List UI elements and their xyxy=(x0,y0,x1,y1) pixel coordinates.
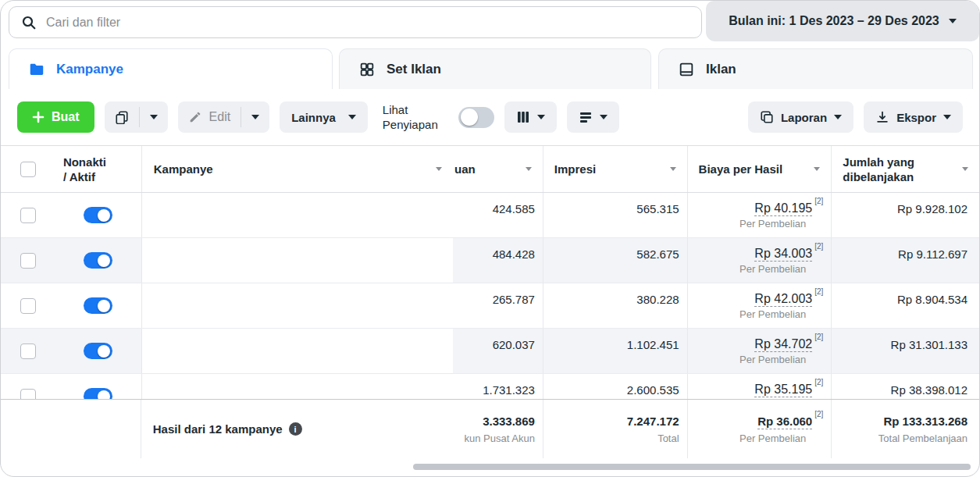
table-header: Nonakti / Aktif Kampanye uan Impresi Bia… xyxy=(1,145,979,193)
search-input[interactable] xyxy=(46,16,690,30)
cost-per-result-cell: Rp 40.195[2] Per Pembelian xyxy=(687,193,832,237)
campaign-active-toggle[interactable] xyxy=(84,297,112,314)
horizontal-scrollbar[interactable] xyxy=(413,464,971,470)
totals-impressions-sublabel: Total xyxy=(657,433,679,444)
row-checkbox[interactable] xyxy=(20,298,36,314)
select-all-cell xyxy=(1,146,55,192)
breakdown-button[interactable] xyxy=(567,101,619,133)
cost-footnote: [2] xyxy=(814,333,823,341)
sort-icon[interactable] xyxy=(670,167,676,171)
chevron-down-icon xyxy=(600,115,608,119)
totals-lead-cell xyxy=(1,400,141,458)
cost-value[interactable]: Rp 35.195 xyxy=(754,383,812,397)
amount-spent-cell: Rp 9.928.102 xyxy=(831,193,979,237)
row-checkbox[interactable] xyxy=(20,253,36,269)
impressions-cell: 582.675 xyxy=(543,238,687,283)
campaign-active-toggle[interactable] xyxy=(84,343,112,359)
search-filter-box[interactable] xyxy=(9,6,702,38)
chevron-down-icon xyxy=(834,115,842,119)
cost-value[interactable]: Rp 42.003 xyxy=(754,292,812,307)
campaign-name-cell[interactable] xyxy=(141,238,453,283)
tab-campaigns[interactable]: Kampanye xyxy=(9,48,333,89)
totals-reach-cell: 3.333.869 kun Pusat Akun xyxy=(453,400,543,458)
table-row: 620.037 1.102.451 Rp 34.702[2] Per Pembe… xyxy=(1,329,979,374)
reach-cell: 620.037 xyxy=(453,329,543,373)
report-button[interactable]: Laporan xyxy=(748,101,853,133)
sort-icon[interactable] xyxy=(436,167,442,171)
folder-icon xyxy=(28,61,45,78)
column-header-campaign[interactable]: Kampanye xyxy=(141,146,453,192)
search-icon xyxy=(21,15,37,30)
table-body: 424.585 565.315 Rp 40.195[2] Per Pembeli… xyxy=(1,193,979,419)
create-button[interactable]: Buat xyxy=(17,101,94,133)
impressions-cell: 565.315 xyxy=(543,193,687,237)
column-header-reach[interactable]: uan xyxy=(453,146,543,192)
status-header-line2: / Aktif xyxy=(63,169,106,184)
table-totals-row: Hasil dari 12 kampanye i 3.333.869 kun P… xyxy=(1,399,979,458)
totals-impressions-cell: 7.247.172 Total xyxy=(543,400,687,458)
grid-icon xyxy=(358,61,376,78)
campaign-name-cell[interactable] xyxy=(141,283,453,328)
info-icon[interactable]: i xyxy=(289,422,302,436)
edit-button[interactable]: Edit xyxy=(178,101,241,133)
amount-spent-cell: Rp 9.112.697 xyxy=(831,238,979,283)
pencil-icon xyxy=(188,110,202,124)
date-range-selector[interactable]: Bulan ini: 1 Des 2023 – 29 Des 2023 xyxy=(706,1,979,41)
toggle-knob xyxy=(98,345,110,358)
impressions-cell: 380.228 xyxy=(543,283,687,328)
edit-dropdown-button[interactable] xyxy=(241,101,269,133)
cost-per-result-cell: Rp 42.003[2] Per Pembelian xyxy=(687,283,832,328)
more-button[interactable]: Lainnya xyxy=(280,101,368,133)
tab-ads[interactable]: Iklan xyxy=(658,48,973,89)
sort-icon[interactable] xyxy=(526,167,532,171)
impressions-cell: 1.102.451 xyxy=(543,329,687,373)
chevron-down-icon xyxy=(537,115,545,119)
campaign-active-toggle[interactable] xyxy=(84,207,112,223)
export-button-label: Ekspor xyxy=(896,111,936,124)
sort-icon[interactable] xyxy=(962,167,968,171)
tab-ad-sets-label: Set Iklan xyxy=(387,62,441,77)
cost-footnote: [2] xyxy=(814,197,823,205)
chevron-down-icon xyxy=(150,115,158,119)
toggle-knob xyxy=(461,109,478,126)
column-header-amount-spent[interactable]: Jumlah yang dibelanjakan xyxy=(831,146,979,192)
column-header-cost-per-result[interactable]: Biaya per Hasil xyxy=(687,146,832,192)
sort-icon[interactable] xyxy=(814,167,820,171)
select-all-checkbox[interactable] xyxy=(20,162,36,177)
duplicate-button[interactable] xyxy=(105,101,139,133)
breakdown-rows-icon xyxy=(579,110,593,124)
toggle-knob xyxy=(98,300,110,312)
row-checkbox[interactable] xyxy=(20,208,36,223)
chevron-down-icon xyxy=(949,19,957,23)
cost-value[interactable]: Rp 34.003 xyxy=(754,247,812,262)
tab-ad-sets[interactable]: Set Iklan xyxy=(339,48,651,89)
plus-icon xyxy=(32,111,45,123)
campaign-active-toggle[interactable] xyxy=(84,252,112,269)
totals-cost-cell: Rp 36.060[2] Per Pembelian xyxy=(687,400,832,458)
duplicate-button-group xyxy=(105,101,168,133)
chevron-down-icon xyxy=(943,115,951,119)
columns-button[interactable] xyxy=(504,101,557,133)
amount-spent-cell: Rp 8.904.534 xyxy=(831,283,979,328)
totals-spend-sublabel: Total Pembelanjaan xyxy=(878,433,968,444)
export-button[interactable]: Ekspor xyxy=(864,101,963,133)
campaign-name-cell[interactable] xyxy=(141,193,453,237)
view-setup-toggle[interactable] xyxy=(458,107,494,128)
column-header-impressions[interactable]: Impresi xyxy=(543,146,687,192)
totals-cost-sublabel: Per Pembelian xyxy=(739,433,806,444)
cost-value[interactable]: Rp 40.195 xyxy=(754,201,812,216)
copy-icon xyxy=(115,110,129,124)
cost-footnote: [2] xyxy=(814,242,823,251)
reach-cell: 484.428 xyxy=(453,238,543,283)
row-checkbox[interactable] xyxy=(20,344,36,359)
edit-button-label: Edit xyxy=(209,110,231,124)
toggle-knob xyxy=(98,209,110,222)
totals-cost-value[interactable]: Rp 36.060 xyxy=(757,415,812,429)
cost-per-result-cell: Rp 34.702[2] Per Pembelian xyxy=(687,329,832,373)
amount-spent-header-line1: Jumlah yang xyxy=(843,155,914,169)
campaign-name-cell[interactable] xyxy=(141,329,453,373)
download-icon xyxy=(875,110,889,124)
cost-value[interactable]: Rp 34.702 xyxy=(754,337,812,352)
reach-cell: 424.585 xyxy=(453,193,543,237)
duplicate-dropdown-button[interactable] xyxy=(140,101,168,133)
